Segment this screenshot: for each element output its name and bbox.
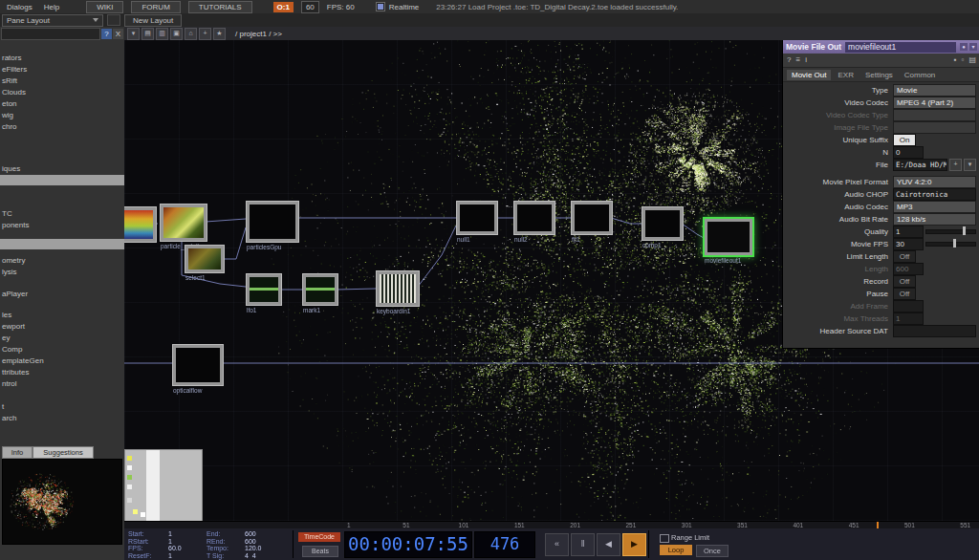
realtime-checkbox[interactable] <box>376 2 385 11</box>
param-tab-movie-out[interactable]: Movie Out <box>787 70 831 80</box>
help-icon[interactable]: ? <box>787 54 791 66</box>
file-browse-icon[interactable]: + <box>949 159 962 171</box>
pause-button[interactable]: ‖ <box>571 533 595 556</box>
panel-menu-icon[interactable]: ▾ <box>969 43 977 51</box>
palette-item[interactable]: sRift <box>0 75 125 86</box>
node-null2[interactable]: null2 <box>513 201 555 235</box>
node-mark1[interactable]: mark1 <box>302 273 338 306</box>
palette-item[interactable]: rators <box>0 53 125 63</box>
timeline-field-value[interactable]: 120.0 <box>245 545 262 551</box>
play-forward-button[interactable]: ▶ <box>622 533 646 556</box>
palette-item[interactable]: emplateGen <box>0 355 125 366</box>
maximize-pane-icon[interactable]: ▣ <box>170 28 183 40</box>
palette-item[interactable]: wig <box>0 110 125 120</box>
param-field-file[interactable]: E:/Doaa HD/My Projects/C <box>893 159 947 171</box>
palette-item[interactable]: eFilters <box>0 64 125 75</box>
param-tab-exr[interactable]: EXR <box>833 70 858 80</box>
node-select1[interactable]: select1 <box>185 245 225 273</box>
node-lfo1[interactable]: lfo1 <box>246 273 282 306</box>
timeline-field-value[interactable]: 1 <box>168 530 172 537</box>
param-field-n[interactable]: 0 <box>893 146 924 159</box>
slider-handle[interactable] <box>953 239 956 248</box>
palette-item[interactable]: ttributes <box>0 367 125 377</box>
palette-item[interactable]: aPlayer <box>0 289 125 299</box>
palette-item[interactable]: arch <box>0 413 125 423</box>
palette-item[interactable]: chro <box>0 121 125 132</box>
beats-mode-button[interactable]: Beats <box>302 546 338 557</box>
expression-icon[interactable]: ≡ <box>795 54 800 66</box>
frame-counter[interactable]: 476 <box>474 531 535 558</box>
param-field-audio-chop[interactable]: Cairotronica <box>893 188 976 201</box>
pin-icon[interactable]: ● <box>960 43 968 51</box>
palette-item[interactable]: eton <box>0 98 125 109</box>
performance-monitor-badge[interactable]: O:1 <box>273 2 294 12</box>
bookmark-menu-icon[interactable]: ★ <box>213 28 226 40</box>
split-vertical-icon[interactable]: ▥ <box>156 28 168 40</box>
layout-slot-button[interactable] <box>107 14 120 26</box>
timeline-field-value[interactable]: 600 <box>245 538 256 545</box>
palette-item[interactable]: iques <box>0 163 125 174</box>
tab-suggestions[interactable]: Suggestions <box>33 446 94 459</box>
node-fit1[interactable]: fit1 <box>571 201 613 235</box>
param-menu-video-codec[interactable]: MPEG 4 (Part 2) <box>893 97 976 109</box>
help-button[interactable]: ? <box>101 29 112 39</box>
param-toggle-record[interactable]: Off <box>893 275 916 288</box>
close-pane-button[interactable]: X <box>113 29 123 39</box>
param-toggle-pause[interactable]: Off <box>893 288 916 300</box>
menu-help[interactable]: Help <box>42 3 61 11</box>
pencil-icon[interactable]: ▪ <box>954 54 957 66</box>
param-field-header-source-dat[interactable] <box>893 325 976 337</box>
play-reverse-button[interactable]: ◀ <box>597 533 620 556</box>
param-tab-common[interactable]: Common <box>900 70 940 80</box>
param-menu-audio-codec[interactable]: MP3 <box>893 201 976 213</box>
palette-item[interactable]: ewport <box>0 321 125 332</box>
param-menu-movie-pixel-format[interactable]: YUV 4:2:0 <box>893 176 976 188</box>
wiki-button[interactable]: WIKI <box>86 1 123 13</box>
timeline-field-value[interactable]: 1 <box>168 538 172 545</box>
param-field-quality[interactable]: 1 <box>893 226 924 238</box>
palette-item[interactable]: lysis <box>0 267 125 277</box>
pane-type-menu-icon[interactable]: ▾ <box>127 28 140 40</box>
param-tab-settings[interactable]: Settings <box>860 70 898 80</box>
palette-item[interactable]: ey <box>0 333 125 343</box>
bookmark-add-icon[interactable]: + <box>199 28 211 40</box>
palette-filter-field[interactable] <box>1 28 100 40</box>
home-icon[interactable]: ⌂ <box>185 28 197 40</box>
tab-info[interactable]: Info <box>2 446 33 459</box>
info-icon[interactable]: i <box>805 54 807 66</box>
palette-item[interactable]: Clouds <box>0 87 125 97</box>
palette-item[interactable]: ponents <box>0 220 125 230</box>
param-field-movie-fps[interactable]: 30 <box>893 238 924 250</box>
new-layout-button[interactable]: New Layout <box>124 14 182 27</box>
param-slider-movie-fps[interactable] <box>925 242 976 247</box>
forum-button[interactable]: FORUM <box>131 1 180 13</box>
docked-viewer-panel[interactable] <box>124 449 203 521</box>
pane-layout-select[interactable]: Pane Layout <box>2 14 103 27</box>
network-path[interactable]: / project1 / >> <box>235 30 282 38</box>
loop-button[interactable]: Loop <box>660 545 692 555</box>
param-slider-quality[interactable] <box>925 229 976 234</box>
node-top[interactable] <box>124 206 157 243</box>
timeline-field-value[interactable]: 1 <box>168 552 172 559</box>
palette-item[interactable]: t <box>0 401 125 412</box>
timeline-field-value[interactable]: 60.0 <box>168 545 182 551</box>
operator-name-field[interactable]: moviefileout1 <box>845 42 956 53</box>
language-icon[interactable]: ▤ <box>968 54 976 66</box>
split-horizontal-icon[interactable]: ▤ <box>141 28 154 40</box>
timecode-mode-button[interactable]: TimeCode <box>298 532 340 542</box>
node-null1[interactable]: null1 <box>456 201 498 235</box>
palette-item[interactable]: ometry <box>0 255 125 266</box>
file-menu-icon[interactable]: ▾ <box>964 159 976 171</box>
param-toggle-limit-length[interactable]: Off <box>893 250 916 263</box>
param-menu-audio-bit-rate[interactable]: 128 kb/s <box>893 213 976 226</box>
jump-start-button[interactable]: « <box>545 533 569 556</box>
palette-item[interactable] <box>0 239 125 249</box>
node-opticalflow[interactable]: opticalflow <box>172 344 224 386</box>
param-menu-type[interactable]: Movie <box>893 84 976 97</box>
palette-item[interactable]: ntrol <box>0 378 125 389</box>
palette-item[interactable]: TC <box>0 208 125 219</box>
node-comp1[interactable]: comp1 <box>642 206 684 241</box>
node-particle_subdiv[interactable]: particle_subdiv <box>160 204 207 242</box>
palette-item[interactable] <box>0 175 125 185</box>
palette-item[interactable]: Comp <box>0 344 125 355</box>
